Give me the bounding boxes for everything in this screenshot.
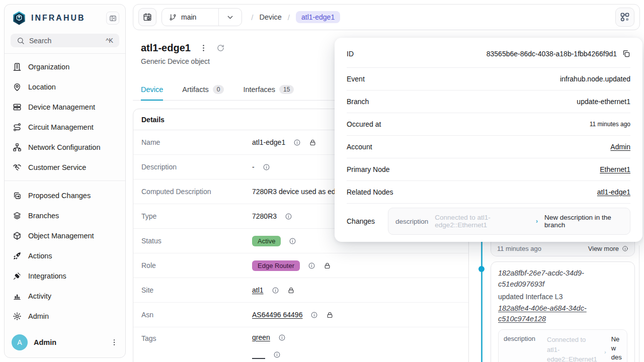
breadcrumb-separator: /: [288, 13, 290, 22]
workflow-graph-button[interactable]: [615, 8, 634, 27]
info-icon[interactable]: [310, 311, 318, 319]
event-row-related-nodes: Related Nodes atl1-edge1: [347, 181, 630, 204]
view-more-button[interactable]: View more: [588, 245, 628, 252]
detail-label: Role: [141, 261, 252, 269]
branch-selector[interactable]: main: [162, 8, 242, 26]
rocket-icon: [13, 251, 22, 260]
panel-collapse-icon: [109, 15, 117, 22]
timeline-timestamp: 11 minutes ago: [497, 245, 541, 252]
site-link[interactable]: atl1: [252, 286, 264, 294]
sidebar-item-label: Branches: [28, 212, 59, 220]
search-icon: [17, 37, 25, 45]
sidebar-collapse-button[interactable]: [106, 12, 119, 25]
lock-icon: [287, 287, 295, 294]
sidebar-item-label: Network Configuration: [28, 143, 100, 151]
info-icon[interactable]: [272, 287, 279, 294]
detail-label: Tags: [141, 333, 252, 342]
event-row-account: Account Admin: [347, 136, 630, 158]
tag-link[interactable]: green: [252, 333, 270, 341]
git-branch-icon: [169, 14, 177, 21]
user-menu[interactable]: A Admin: [5, 329, 125, 357]
event-row-label: Changes: [347, 217, 375, 225]
sidebar-item-activity[interactable]: Activity: [5, 286, 125, 306]
primary-node-link[interactable]: Ethernet1: [600, 165, 630, 173]
tab-interfaces[interactable]: Interfaces 15: [243, 85, 294, 100]
sidebar-item-device-management[interactable]: Device Management: [5, 97, 125, 117]
tab-artifacts[interactable]: Artifacts 0: [182, 85, 224, 100]
sidebar-item-proposed-changes[interactable]: Proposed Changes: [5, 186, 125, 206]
event-action: updated Interface L3: [498, 293, 627, 301]
detail-value: -: [252, 163, 255, 171]
timeline-dot: [478, 266, 485, 272]
sidebar-item-label: Location: [28, 83, 56, 91]
tab-label: Interfaces: [243, 85, 275, 94]
event-row-event: Event infrahub.node.updated: [347, 68, 630, 90]
title-kebab-menu-icon[interactable]: [199, 44, 208, 52]
breadcrumb-separator: /: [251, 13, 253, 22]
sidebar-item-label: Admin: [28, 312, 49, 320]
timeline-line: [481, 221, 482, 362]
sidebar-nav-primary: Organization Location Device Management …: [5, 54, 125, 180]
sidebar-item-organization[interactable]: Organization: [5, 57, 125, 77]
detail-label: Description: [141, 163, 252, 171]
logo-row: INFRAHUB: [5, 5, 125, 30]
detail-label: Computed Description: [141, 188, 252, 196]
tab-device[interactable]: Device: [141, 85, 163, 101]
sidebar-item-object-management[interactable]: Object Management: [5, 226, 125, 246]
sidebar-item-customer-service[interactable]: Customer Service: [5, 157, 125, 177]
sidebar-item-location[interactable]: Location: [5, 77, 125, 97]
asn-link[interactable]: AS64496 64496: [252, 311, 302, 319]
change-new-value: New description in the branch: [544, 214, 623, 229]
sidebar-item-admin[interactable]: Admin: [5, 306, 125, 326]
event-row-id: ID 83565b6e-86dc-4038-a18b-1fbb4266f9d1: [347, 40, 630, 68]
info-icon[interactable]: [263, 163, 270, 171]
event-node-link[interactable]: 182a8fe4-406e-a684-34dc-c510c974e128: [498, 303, 627, 325]
event-row-label: Occured at: [347, 120, 381, 128]
avatar: A: [12, 334, 28, 350]
info-icon[interactable]: [289, 237, 296, 245]
branch-name: main: [181, 13, 196, 21]
copy-icon[interactable]: [622, 49, 630, 58]
search-shortcut: ^K: [106, 37, 113, 44]
chevron-right-icon: ›: [604, 335, 606, 362]
chevron-right-icon: ›: [536, 218, 538, 225]
view-more-label: View more: [588, 245, 619, 252]
event-row-label: Primary Node: [347, 165, 390, 173]
event-branch-value: update-ethernet1: [577, 98, 630, 106]
detail-value: 7280R3: [252, 212, 277, 220]
info-icon[interactable]: [293, 139, 301, 146]
info-icon[interactable]: [308, 262, 315, 269]
search-input[interactable]: Search ^K: [11, 34, 119, 47]
sidebar-item-circuit-management[interactable]: Circuit Management: [5, 117, 125, 137]
event-occured-value: 11 minutes ago: [590, 121, 630, 128]
handshake-icon: [13, 163, 22, 172]
kebab-menu-icon[interactable]: [110, 338, 118, 346]
brand-name: INFRAHUB: [31, 14, 106, 23]
event-row-primary-node: Primary Node Ethernet1: [347, 158, 630, 181]
workflow-icon: [620, 12, 630, 22]
breadcrumb-current[interactable]: atl1-edge1: [296, 11, 340, 23]
event-row-branch: Branch update-ethernet1: [347, 90, 630, 113]
branch-dropdown-toggle[interactable]: [218, 9, 242, 26]
refresh-icon[interactable]: [216, 44, 225, 52]
related-node-link[interactable]: atl1-edge1: [597, 188, 630, 196]
event-row-label: Event: [347, 75, 365, 83]
sidebar-item-actions[interactable]: Actions: [5, 246, 125, 266]
time-travel-button[interactable]: [138, 8, 156, 26]
lock-icon: [326, 311, 334, 319]
breadcrumb-device[interactable]: Device: [260, 13, 282, 21]
sidebar-item-integrations[interactable]: Integrations: [5, 266, 125, 286]
sidebar-item-branches[interactable]: Branches: [5, 206, 125, 226]
event-change-chip: description Connected to atl1-edge2::Eth…: [498, 329, 627, 362]
detail-label: Site: [141, 286, 252, 294]
sidebar-item-network-configuration[interactable]: Network Configuration: [5, 137, 125, 157]
info-icon: [622, 245, 628, 252]
event-detail-panel: ID 83565b6e-86dc-4038-a18b-1fbb4266f9d1 …: [335, 38, 642, 242]
info-icon[interactable]: [278, 334, 286, 341]
location-icon: [13, 82, 22, 92]
role-badge: Edge Router: [252, 260, 300, 271]
account-link[interactable]: Admin: [610, 143, 630, 151]
diff-icon: [13, 191, 22, 200]
info-icon[interactable]: [285, 213, 292, 220]
server-icon: [13, 103, 22, 112]
